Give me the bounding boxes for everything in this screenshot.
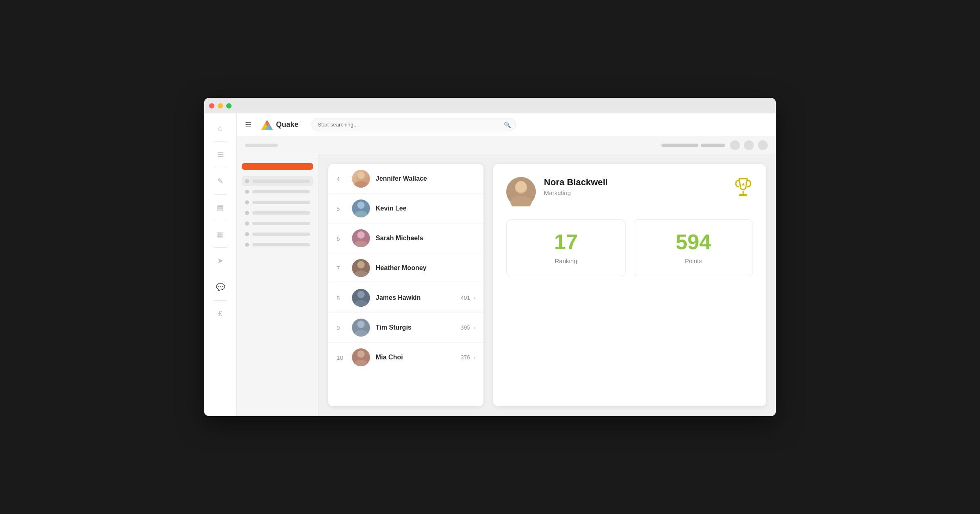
leaderboard-item-tim[interactable]: 9 Tim Sturgis 395 › xyxy=(328,313,483,343)
svg-point-10 xyxy=(357,231,365,239)
leaderboard-item-james[interactable]: 8 James Hawkin 401 › xyxy=(328,283,483,313)
panel-line xyxy=(252,190,310,193)
rank-7: 7 xyxy=(336,265,346,272)
avatar-sarah xyxy=(352,229,370,247)
sidebar-divider xyxy=(214,168,227,168)
trophy-icon: ★ xyxy=(733,177,753,202)
svg-point-22 xyxy=(357,350,365,358)
minimize-button[interactable] xyxy=(218,103,223,109)
name-mia: Mia Choi xyxy=(376,354,461,361)
left-panel-item-5[interactable] xyxy=(242,219,313,228)
rank-8: 8 xyxy=(336,295,346,301)
sidebar-item-edit[interactable]: ✎ xyxy=(212,173,229,189)
svg-point-19 xyxy=(357,321,365,328)
sidebar-item-chat[interactable]: 💬 xyxy=(212,279,229,295)
panel-dot xyxy=(245,190,249,194)
subnav-bar-2 xyxy=(701,144,725,147)
avatar-tim xyxy=(352,319,370,337)
avatar-james xyxy=(352,289,370,307)
search-input[interactable] xyxy=(312,118,516,131)
leaderboard-item-jennifer[interactable]: 4 Jennifer Wallace xyxy=(328,164,483,194)
sidebar-item-send[interactable]: ➤ xyxy=(212,253,229,269)
rank-5: 5 xyxy=(336,205,346,212)
nav-dot-2[interactable] xyxy=(744,140,754,150)
name-tim: Tim Sturgis xyxy=(376,324,461,331)
avatar-jennifer xyxy=(352,170,370,188)
search-bar: 🔍 xyxy=(312,118,516,131)
chevron-icon-tim: › xyxy=(473,324,475,331)
panel-line xyxy=(252,222,310,225)
sidebar-item-list[interactable]: ☰ xyxy=(212,146,229,163)
profile-avatar xyxy=(506,177,536,206)
leaderboard-item-sarah[interactable]: 6 Sarah Michaels xyxy=(328,224,483,253)
chevron-icon-mia: › xyxy=(473,354,475,361)
logo-text: Quake xyxy=(276,120,298,129)
right-main: 4 Jennifer Wallace xyxy=(318,154,776,416)
sidebar: ⌂ ☰ ✎ ▤ ▦ ➤ 💬 £ xyxy=(204,113,237,416)
leaderboard-item-mia[interactable]: 10 Mia Choi 376 › xyxy=(328,343,483,372)
avatar-mia xyxy=(352,348,370,366)
svg-point-4 xyxy=(354,181,368,188)
left-panel-item-2[interactable] xyxy=(242,187,313,197)
sidebar-divider xyxy=(214,141,227,142)
menu-icon[interactable]: ☰ xyxy=(245,120,252,129)
score-tim: 395 xyxy=(461,324,470,331)
sidebar-divider xyxy=(214,221,227,221)
nav-dot-1[interactable] xyxy=(730,140,740,150)
panel-line xyxy=(252,201,310,204)
sub-nav-right xyxy=(662,140,768,150)
leaderboard-item-kevin[interactable]: 5 Kevin Lee xyxy=(328,194,483,224)
panel-dot xyxy=(245,179,249,183)
panel-line xyxy=(252,179,310,183)
panel-line xyxy=(252,211,310,215)
subnav-placeholder-1 xyxy=(245,144,278,147)
name-sarah: Sarah Michaels xyxy=(376,235,475,242)
score-mia: 376 xyxy=(461,354,470,361)
left-panel xyxy=(237,154,318,416)
name-kevin: Kevin Lee xyxy=(376,205,475,212)
left-panel-item-4[interactable] xyxy=(242,208,313,218)
panel-dot xyxy=(245,232,249,236)
score-james: 401 xyxy=(461,295,470,301)
left-panel-button[interactable] xyxy=(242,163,313,170)
rank-9: 9 xyxy=(336,324,346,331)
subnav-bar-1 xyxy=(662,144,698,147)
left-panel-item-6[interactable] xyxy=(242,229,313,239)
sidebar-item-home[interactable]: ⌂ xyxy=(212,120,229,136)
points-label: Points xyxy=(642,257,744,264)
svg-text:★: ★ xyxy=(741,182,746,187)
sidebar-item-currency[interactable]: £ xyxy=(212,306,229,322)
nav-dot-3[interactable] xyxy=(758,140,768,150)
panel-line xyxy=(252,233,310,236)
titlebar xyxy=(204,98,776,113)
ranking-value: 17 xyxy=(515,231,617,253)
main-content: 4 Jennifer Wallace xyxy=(237,154,776,416)
left-panel-item-1[interactable] xyxy=(242,176,313,186)
panel-dot xyxy=(245,200,249,204)
close-button[interactable] xyxy=(209,103,214,109)
maximize-button[interactable] xyxy=(226,103,232,109)
sidebar-item-archive[interactable]: ▤ xyxy=(212,199,229,216)
svg-point-5 xyxy=(357,172,365,179)
content-area: ☰ Quake 🔍 xyxy=(237,113,776,416)
sidebar-divider xyxy=(214,274,227,274)
svg-point-7 xyxy=(357,202,365,209)
left-panel-item-7[interactable] xyxy=(242,240,313,250)
logo-area: Quake xyxy=(261,120,298,130)
logo-icon xyxy=(261,120,273,130)
left-panel-item-3[interactable] xyxy=(242,197,313,207)
app-body: ⌂ ☰ ✎ ▤ ▦ ➤ 💬 £ ☰ xyxy=(204,113,776,416)
search-icon: 🔍 xyxy=(504,122,511,128)
avatar-heather xyxy=(352,259,370,277)
leaderboard-item-heather[interactable]: 7 Heather Mooney xyxy=(328,253,483,283)
sidebar-divider xyxy=(214,300,227,301)
name-heather: Heather Mooney xyxy=(376,264,475,272)
sidebar-item-chart[interactable]: ▦ xyxy=(212,226,229,242)
panel-dot xyxy=(245,222,249,226)
profile-card: Nora Blackwell Marketing xyxy=(493,164,766,406)
name-jennifer: Jennifer Wallace xyxy=(376,175,475,182)
points-card: 594 Points xyxy=(634,219,753,276)
svg-rect-29 xyxy=(739,194,747,196)
panel-dot xyxy=(245,211,249,215)
avatar-kevin xyxy=(352,199,370,217)
